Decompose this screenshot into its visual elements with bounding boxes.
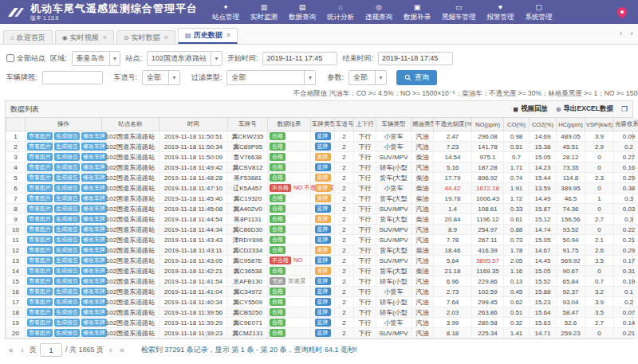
tab-close-icon[interactable]: × [164, 34, 168, 41]
modify-plate-button[interactable]: 修改车牌 [81, 298, 107, 306]
modify-plate-button[interactable]: 修改车牌 [81, 308, 107, 316]
modify-plate-button[interactable]: 修改车牌 [81, 205, 107, 213]
page-input[interactable] [40, 343, 62, 357]
location-pin-icon[interactable] [616, 6, 629, 19]
generate-report-button[interactable]: 生成报告 [54, 194, 80, 202]
view-image-button[interactable]: 查看图片 [27, 174, 53, 182]
last-page-icon[interactable]: » [117, 346, 127, 354]
generate-report-button[interactable]: 生成报告 [54, 256, 80, 264]
generate-report-button[interactable]: 生成报告 [54, 225, 80, 233]
first-page-icon[interactable]: « [6, 346, 16, 354]
tab-history-data[interactable]: ▤历史数据× [178, 28, 238, 44]
modify-plate-button[interactable]: 修改车牌 [81, 319, 107, 327]
view-image-button[interactable]: 查看图片 [27, 163, 53, 171]
nav-item-smoky-vehicle-mgmt[interactable]: ▭黑烟车管理 [442, 4, 476, 21]
column-settings-icon[interactable]: ❐ [621, 105, 628, 113]
generate-report-button[interactable]: 生成报告 [54, 319, 80, 327]
tab-realtime-data[interactable]: ⊙实时数据× [116, 30, 175, 44]
modify-plate-button[interactable]: 修改车牌 [81, 215, 107, 223]
tab-scroll-right-icon[interactable]: › [630, 28, 633, 37]
view-image-button[interactable]: 查看图片 [27, 225, 53, 233]
generate-report-button[interactable]: 生成报告 [54, 298, 80, 306]
generate-report-button[interactable]: 生成报告 [54, 277, 80, 285]
prev-page-icon[interactable]: ‹ [19, 346, 26, 354]
modify-plate-button[interactable]: 修改车牌 [81, 194, 107, 202]
nav-item-system-mgmt[interactable]: ▢系统管理 [526, 4, 553, 21]
data-supplement-icon: ▣ [414, 4, 421, 12]
modify-plate-button[interactable]: 修改车牌 [81, 246, 107, 254]
view-image-button[interactable]: 查看图片 [27, 277, 53, 285]
nav-item-site-mgmt[interactable]: ✦站点管理 [212, 4, 239, 21]
modify-plate-button[interactable]: 修改车牌 [81, 277, 107, 285]
end-time-input[interactable] [378, 52, 453, 65]
view-image-button[interactable]: 查看图片 [27, 246, 53, 254]
nav-item-realtime-monitor[interactable]: ▥实时监测 [250, 4, 278, 21]
nav-item-data-query[interactable]: ▤数据查询 [289, 4, 316, 21]
modify-plate-button[interactable]: 修改车牌 [81, 184, 107, 192]
view-image-button[interactable]: 查看图片 [27, 329, 53, 337]
modify-plate-button[interactable]: 修改车牌 [81, 153, 107, 161]
plate-input[interactable] [42, 71, 103, 84]
generate-report-button[interactable]: 生成报告 [54, 184, 80, 192]
view-image-button[interactable]: 查看图片 [27, 236, 53, 244]
modify-plate-button[interactable]: 修改车牌 [81, 143, 107, 151]
site-select[interactable]: 102国道东港路站▼ [147, 51, 223, 66]
view-image-button[interactable]: 查看图片 [27, 132, 53, 140]
modify-plate-button[interactable]: 修改车牌 [81, 256, 107, 264]
modify-plate-button[interactable]: 修改车牌 [81, 329, 107, 337]
view-image-button[interactable]: 查看图片 [27, 184, 53, 192]
view-image-button[interactable]: 查看图片 [27, 298, 53, 306]
table-row: 1 查看图片生成报告修改车牌 102国道东港路站 2019-11-18 11:5… [6, 131, 638, 142]
tab-close-icon[interactable]: × [103, 34, 107, 41]
nav-item-alarm-mgmt[interactable]: ♥报警管理 [487, 4, 514, 21]
view-image-button[interactable]: 查看图片 [27, 319, 53, 327]
modify-plate-button[interactable]: 修改车牌 [81, 163, 107, 171]
generate-report-button[interactable]: 生成报告 [54, 132, 80, 140]
all-sites-checkbox[interactable] [6, 54, 14, 62]
generate-report-button[interactable]: 生成报告 [54, 288, 80, 296]
search-button[interactable]: 查询 [396, 70, 437, 85]
modify-plate-button[interactable]: 修改车牌 [81, 288, 107, 296]
modify-plate-button[interactable]: 修改车牌 [81, 225, 107, 233]
lane-select[interactable]: 全部▼ [142, 70, 180, 85]
generate-report-button[interactable]: 生成报告 [54, 163, 80, 171]
next-page-icon[interactable]: › [107, 346, 114, 354]
view-image-button[interactable]: 查看图片 [27, 205, 53, 213]
export-button[interactable]: ⊙导出EXCEL数据 [556, 104, 613, 114]
view-image-button[interactable]: 查看图片 [27, 288, 53, 296]
view-image-button[interactable]: 查看图片 [27, 308, 53, 316]
tab-realtime-video[interactable]: ◉实时视频× [55, 30, 114, 44]
generate-report-button[interactable]: 生成报告 [54, 153, 80, 161]
modify-plate-button[interactable]: 修改车牌 [81, 236, 107, 244]
generate-report-button[interactable]: 生成报告 [54, 246, 80, 254]
view-image-button[interactable]: 查看图片 [27, 256, 53, 264]
tab-scroll-left-icon[interactable]: ‹ [620, 28, 623, 37]
generate-report-button[interactable]: 生成报告 [54, 215, 80, 223]
generate-report-button[interactable]: 生成报告 [54, 143, 80, 151]
nav-item-data-supplement[interactable]: ▣数据补录 [404, 4, 431, 21]
tab-close-icon[interactable]: × [226, 32, 230, 39]
view-image-button[interactable]: 查看图片 [27, 153, 53, 161]
view-image-button[interactable]: 查看图片 [27, 194, 53, 202]
data-result: 合格 [268, 235, 311, 245]
region-select[interactable]: 秦皇岛市▼ [72, 51, 121, 66]
tab-welcome[interactable]: ⌂欢迎首页 [3, 30, 53, 44]
view-image-button[interactable]: 查看图片 [27, 215, 53, 223]
generate-report-button[interactable]: 生成报告 [54, 205, 80, 213]
generate-report-button[interactable]: 生成报告 [54, 329, 80, 337]
generate-report-button[interactable]: 生成报告 [54, 308, 80, 316]
view-image-button[interactable]: 查看图片 [27, 267, 53, 275]
start-time-input[interactable] [262, 52, 337, 65]
video-playback-button[interactable]: ◼视频回放 [513, 104, 548, 114]
generate-report-button[interactable]: 生成报告 [54, 174, 80, 182]
view-image-button[interactable]: 查看图片 [27, 143, 53, 151]
modify-plate-button[interactable]: 修改车牌 [81, 132, 107, 140]
modify-plate-button[interactable]: 修改车牌 [81, 174, 107, 182]
generate-report-button[interactable]: 生成报告 [54, 236, 80, 244]
nav-item-violation-query[interactable]: ◎违规查询 [365, 4, 392, 21]
generate-report-button[interactable]: 生成报告 [54, 267, 80, 275]
nav-item-statistics[interactable]: ⌂统计分析 [327, 4, 354, 21]
filter-type-select[interactable]: 全部▼ [226, 70, 316, 85]
modify-plate-button[interactable]: 修改车牌 [81, 267, 107, 275]
param-select[interactable]: 全部▼ [349, 70, 387, 85]
